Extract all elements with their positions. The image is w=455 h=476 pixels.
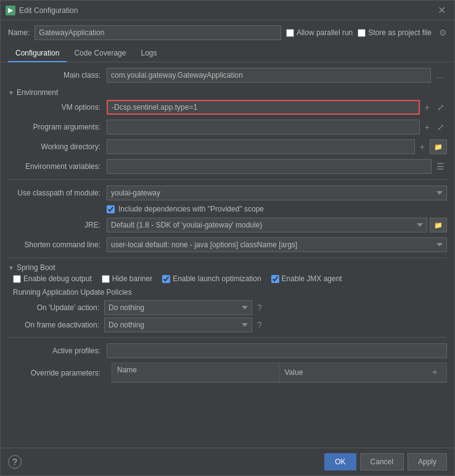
override-params-table: Name Value + <box>112 363 447 383</box>
main-class-field: … <box>107 68 447 83</box>
enable-launch-checkbox[interactable] <box>162 275 170 283</box>
override-params-row: Override parameters: Name Value + <box>8 363 447 383</box>
tab-code-coverage[interactable]: Code Coverage <box>67 45 133 62</box>
spring-boot-options: Enable debug output Hide banner Enable l… <box>13 274 447 283</box>
program-args-expand-button[interactable]: ⤢ <box>435 121 447 133</box>
enable-debug-label: Enable debug output <box>23 274 92 283</box>
table-header: Name Value + <box>112 363 446 382</box>
working-dir-label: Working directory: <box>8 142 107 151</box>
update-action-help-icon[interactable]: ? <box>257 303 262 313</box>
allow-parallel-checkbox[interactable] <box>286 29 294 37</box>
program-args-field: + ⤢ <box>107 120 447 134</box>
col-name: Name <box>112 363 280 382</box>
main-class-input[interactable] <box>107 68 431 83</box>
spring-boot-triangle-icon: ▼ <box>8 265 14 271</box>
program-args-add-button[interactable]: + <box>422 121 432 133</box>
main-class-label: Main class: <box>8 71 107 80</box>
vm-options-label: VM options: <box>8 103 107 112</box>
close-button[interactable]: ✕ <box>434 3 449 17</box>
name-row: Name: Allow parallel run Store as projec… <box>1 20 454 45</box>
active-profiles-input[interactable] <box>107 343 447 358</box>
jre-label: JRE: <box>8 221 107 229</box>
enable-jmx-checkbox[interactable] <box>271 275 279 283</box>
policies-title: Running Application Update Policies <box>13 288 447 297</box>
env-vars-browse-button[interactable]: ☰ <box>434 161 447 172</box>
jre-select[interactable]: Default (1.8 - SDK of 'youlai-gateway' m… <box>107 218 427 232</box>
active-profiles-field <box>107 343 447 358</box>
spring-boot-label: Spring Boot <box>17 263 55 272</box>
store-as-project-group: Store as project file <box>358 28 432 37</box>
include-deps-label: Include dependencies with "Provided" sco… <box>118 205 264 213</box>
col-value: Value + <box>280 363 447 382</box>
app-icon: ▶ <box>6 6 15 15</box>
frame-deactivation-row: On frame deactivation: Do nothing ? <box>13 318 447 332</box>
gear-icon[interactable]: ⚙ <box>439 28 447 38</box>
override-params-table-container: Name Value + <box>107 363 447 383</box>
name-label: Name: <box>8 28 30 37</box>
jre-field: Default (1.8 - SDK of 'youlai-gateway' m… <box>107 218 447 232</box>
help-button[interactable]: ? <box>8 455 22 469</box>
shorten-cmd-row: Shorten command line: user-local default… <box>8 237 447 253</box>
frame-deactivation-select[interactable]: Do nothing <box>104 318 252 332</box>
edit-configuration-window: ▶ Edit Configuration ✕ Name: Allow paral… <box>0 0 455 476</box>
cancel-button[interactable]: Cancel <box>360 453 404 470</box>
store-as-project-checkbox[interactable] <box>358 29 366 37</box>
name-input[interactable] <box>35 25 281 40</box>
classpath-row: Use classpath of module: youlai-gateway <box>8 185 447 201</box>
classpath-select[interactable]: youlai-gateway <box>107 186 447 200</box>
working-dir-input[interactable] <box>107 139 415 154</box>
tab-configuration[interactable]: Configuration <box>8 45 67 62</box>
allow-parallel-group: Allow parallel run <box>286 28 353 37</box>
update-action-select[interactable]: Do nothing <box>104 300 252 315</box>
window-title: Edit Configuration <box>19 6 434 15</box>
spring-boot-header: ▼ Spring Boot <box>8 263 447 272</box>
col-value-label: Value <box>285 368 303 377</box>
hide-banner-checkbox[interactable] <box>102 275 110 283</box>
allow-parallel-label: Allow parallel run <box>297 28 353 37</box>
add-param-button[interactable]: + <box>428 366 441 379</box>
vm-options-expand-button[interactable]: ⤢ <box>435 102 447 113</box>
triangle-icon: ▼ <box>8 89 14 96</box>
enable-debug-row: Enable debug output <box>13 274 92 283</box>
env-vars-label: Environment variables: <box>8 162 107 171</box>
env-vars-input[interactable] <box>107 159 432 174</box>
include-deps-checkbox[interactable] <box>107 205 115 213</box>
include-deps-row: Include dependencies with "Provided" sco… <box>107 205 447 213</box>
shorten-cmd-select[interactable]: user-local default: none - java [options… <box>107 237 447 252</box>
ok-button[interactable]: OK <box>324 453 356 470</box>
working-dir-add-button[interactable]: + <box>417 141 427 152</box>
vm-options-add-button[interactable]: + <box>422 102 432 113</box>
env-vars-field: ☰ <box>107 159 447 174</box>
environment-label: Environment <box>17 88 58 97</box>
tab-logs[interactable]: Logs <box>133 45 164 62</box>
tab-bar: Configuration Code Coverage Logs <box>1 45 454 62</box>
bottom-bar: ? OK Cancel Apply <box>1 448 454 475</box>
enable-jmx-label: Enable JMX agent <box>282 274 342 283</box>
update-action-row: On 'Update' action: Do nothing ? <box>13 300 447 315</box>
running-policies-section: Running Application Update Policies On '… <box>13 288 447 332</box>
enable-debug-checkbox[interactable] <box>13 275 21 283</box>
enable-jmx-row: Enable JMX agent <box>271 274 342 283</box>
jre-browse-button[interactable]: 📁 <box>430 218 447 232</box>
active-profiles-row: Active profiles: <box>8 343 447 359</box>
hide-banner-label: Hide banner <box>112 274 152 283</box>
shorten-cmd-label: Shorten command line: <box>8 240 107 249</box>
classpath-label: Use classpath of module: <box>8 189 107 197</box>
override-params-label: Override parameters: <box>8 369 107 377</box>
apply-button[interactable]: Apply <box>408 453 447 470</box>
program-args-label: Program arguments: <box>8 123 107 131</box>
program-args-input[interactable] <box>107 120 420 134</box>
program-args-row: Program arguments: + ⤢ <box>8 119 447 135</box>
working-dir-browse-button[interactable]: 📁 <box>430 139 447 154</box>
main-class-browse-button[interactable]: … <box>433 70 447 81</box>
shorten-cmd-field: user-local default: none - java [options… <box>107 237 447 252</box>
update-action-label: On 'Update' action: <box>13 303 99 312</box>
hide-banner-row: Hide banner <box>102 274 152 283</box>
vm-options-row: VM options: + ⤢ <box>8 99 447 115</box>
main-class-row: Main class: … <box>8 67 447 83</box>
vm-options-input[interactable] <box>107 100 420 115</box>
store-as-project-label: Store as project file <box>368 28 432 37</box>
frame-deactivation-help-icon[interactable]: ? <box>257 320 262 330</box>
enable-launch-label: Enable launch optimization <box>173 274 261 283</box>
jre-row: JRE: Default (1.8 - SDK of 'youlai-gatew… <box>8 217 447 233</box>
